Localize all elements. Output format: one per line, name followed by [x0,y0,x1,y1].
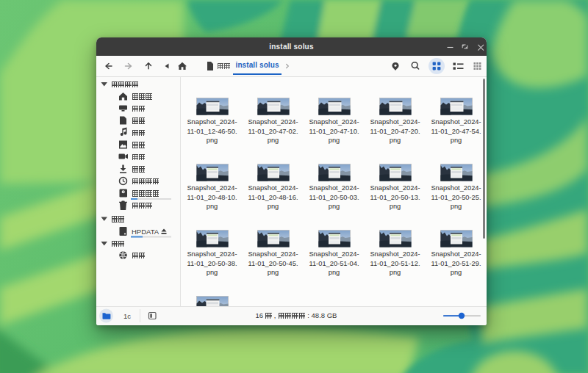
svg-text:1c: 1c [123,312,131,320]
